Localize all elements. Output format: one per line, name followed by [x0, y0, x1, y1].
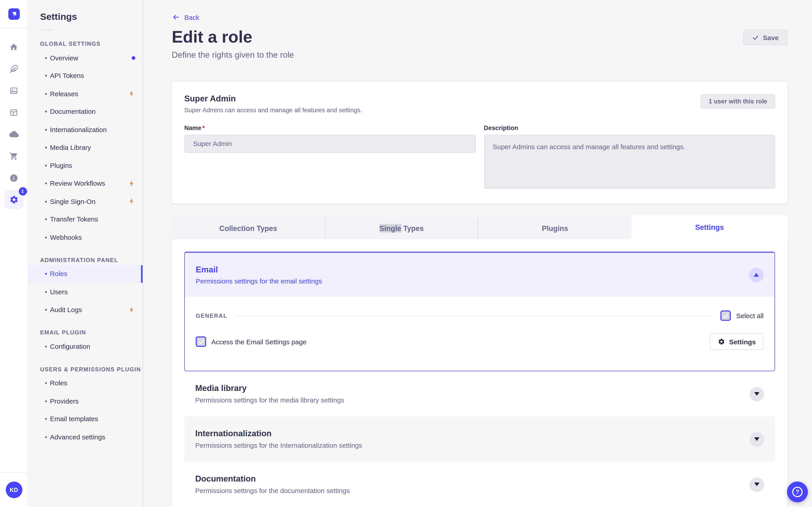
sidebar-section-users-permissions: USERS & PERMISSIONS PLUGIN • Roles • Pro…	[28, 366, 143, 446]
sidebar-section-global: GLOBAL SETTINGS • Overview • API Tokens …	[28, 41, 143, 246]
bullet-icon: •	[45, 306, 50, 314]
bullet-icon: •	[45, 288, 50, 296]
role-name: Super Admin	[184, 94, 362, 104]
role-description: Super Admins can access and manage all f…	[184, 107, 362, 114]
chevron-down-icon	[754, 392, 759, 396]
sidebar-item-plugins[interactable]: • Plugins	[28, 157, 143, 175]
selected-text: Single	[379, 224, 401, 233]
back-link[interactable]: Back	[172, 13, 199, 21]
check-icon	[198, 338, 204, 345]
back-arrow-icon	[172, 13, 180, 21]
chevron-down-icon	[754, 437, 759, 441]
tab-single-types[interactable]: SingleTypes	[325, 217, 478, 239]
description-textarea[interactable]: Super Admins can access and manage all f…	[484, 135, 775, 189]
sidebar-item-single-sign-on[interactable]: • Single Sign-On	[28, 192, 143, 211]
expand-button[interactable]	[750, 477, 764, 492]
bullet-icon: •	[45, 342, 50, 350]
sidebar-item-providers[interactable]: • Providers	[28, 392, 143, 410]
home-icon[interactable]	[7, 41, 20, 53]
icon-rail: 1 KD	[0, 0, 28, 507]
sidebar-item-review-workflows[interactable]: • Review Workflows	[28, 174, 143, 192]
rail-icon-list: 1	[4, 36, 23, 214]
sidebar-item-users[interactable]: • Users	[28, 283, 143, 301]
page-header: Edit a role Define the rights given to t…	[172, 27, 788, 60]
sidebar-item-internationalization[interactable]: • Internationalization	[28, 121, 143, 138]
rail-divider	[0, 27, 28, 28]
content-feather-icon[interactable]	[7, 62, 20, 75]
marketplace-cart-icon[interactable]	[7, 150, 20, 162]
lightning-icon	[128, 180, 135, 187]
media-image-icon[interactable]	[7, 84, 20, 97]
expand-button[interactable]	[750, 387, 764, 401]
sidebar-item-configuration[interactable]: • Configuration	[28, 338, 143, 355]
sidebar-item-audit-logs[interactable]: • Audit Logs	[28, 301, 143, 319]
bullet-icon: •	[45, 108, 50, 116]
bullet-icon: •	[45, 415, 50, 423]
sidebar-section-email-plugin: EMAIL PLUGIN • Configuration	[28, 329, 143, 355]
cloud-icon[interactable]	[7, 128, 20, 140]
sidebar-item-documentation[interactable]: • Documentation	[28, 103, 143, 121]
sidebar-item-overview[interactable]: • Overview	[28, 49, 143, 67]
section-header: GLOBAL SETTINGS	[28, 41, 143, 47]
collapse-button[interactable]	[749, 268, 764, 282]
accordion-media-library[interactable]: Media library Permissions settings for t…	[184, 371, 775, 417]
section-divider	[236, 316, 712, 316]
accordion-internationalization[interactable]: Internationalization Permissions setting…	[184, 416, 775, 462]
sidebar-item-roles-up[interactable]: • Roles	[28, 374, 143, 392]
accordion-email-title: Email	[196, 265, 322, 274]
sidebar-section-admin-panel: ADMINISTRATION PANEL • Roles • Users • A…	[28, 257, 143, 319]
permissions-tabs-zone: Collection Types SingleTypes Plugins Set…	[172, 217, 788, 507]
select-all-label: Select all	[736, 312, 764, 320]
bullet-icon: •	[45, 397, 50, 405]
layout-icon[interactable]	[7, 106, 20, 118]
info-icon[interactable]	[7, 172, 20, 184]
section-header: USERS & PERMISSIONS PLUGIN	[28, 366, 143, 372]
expand-button[interactable]	[750, 432, 764, 447]
required-asterisk: *	[202, 124, 205, 131]
page-subtitle: Define the rights given to the role	[172, 51, 294, 60]
strapi-mark-icon	[10, 10, 17, 17]
question-mark-icon: ?	[792, 487, 803, 497]
sidebar-item-releases[interactable]: • Releases	[28, 85, 143, 103]
sidebar-title: Settings	[40, 11, 143, 22]
check-icon	[722, 312, 729, 319]
name-label: Name*	[184, 124, 475, 131]
select-all-checkbox[interactable]	[720, 311, 731, 321]
sidebar-item-roles-admin[interactable]: • Roles	[28, 265, 143, 283]
tab-collection-types[interactable]: Collection Types	[172, 217, 325, 239]
save-button[interactable]: Save	[743, 30, 788, 45]
tab-plugins[interactable]: Plugins	[478, 217, 631, 239]
bullet-icon: •	[45, 198, 50, 205]
bullet-icon: •	[45, 144, 50, 152]
sidebar-item-media-library[interactable]: • Media Library	[28, 138, 143, 157]
sidebar-item-api-tokens[interactable]: • API Tokens	[28, 67, 143, 85]
users-with-role-button[interactable]: 1 user with this role	[701, 94, 775, 109]
accordion-email: Email Permissions settings for the email…	[184, 252, 775, 371]
sidebar-item-advanced-settings[interactable]: • Advanced settings	[28, 428, 143, 446]
tab-settings[interactable]: Settings	[631, 215, 788, 239]
tab-bar: Collection Types SingleTypes Plugins Set…	[172, 217, 788, 239]
accordion-email-header[interactable]: Email Permissions settings for the email…	[185, 253, 774, 297]
sidebar-title-divider	[40, 30, 53, 30]
notification-badge: 1	[18, 187, 27, 195]
sidebar-item-webhooks[interactable]: • Webhooks	[28, 228, 143, 246]
bullet-icon: •	[45, 126, 50, 133]
sidebar-item-email-templates[interactable]: • Email templates	[28, 410, 143, 428]
bullet-icon: •	[45, 54, 50, 62]
strapi-logo-icon[interactable]	[8, 8, 19, 20]
settings-gear-icon[interactable]: 1	[4, 190, 23, 209]
notification-dot-icon	[132, 56, 135, 60]
name-input[interactable]	[184, 135, 475, 153]
access-email-settings-checkbox[interactable]	[196, 336, 206, 347]
bullet-icon: •	[45, 270, 50, 278]
sidebar-item-transfer-tokens[interactable]: • Transfer Tokens	[28, 210, 143, 228]
lightning-icon	[128, 306, 135, 314]
lightning-icon	[128, 90, 135, 97]
chevron-down-icon	[754, 483, 759, 486]
accordion-documentation[interactable]: Documentation Permissions settings for t…	[184, 462, 775, 507]
bullet-icon: •	[45, 180, 50, 187]
accordion-email-body: GENERAL Select all	[185, 297, 774, 371]
avatar[interactable]: KD	[5, 482, 22, 498]
email-settings-button[interactable]: Settings	[710, 333, 763, 350]
help-button[interactable]: ?	[787, 482, 808, 502]
